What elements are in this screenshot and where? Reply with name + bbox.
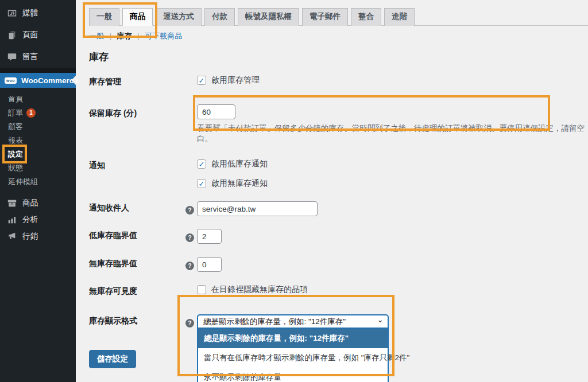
submenu-item-customers[interactable]: 顧客 — [0, 120, 76, 134]
help-icon[interactable]: ? — [185, 233, 194, 242]
tab-advanced[interactable]: 進階 — [384, 8, 415, 26]
select-option-always-show[interactable]: 總是顯示剩餘的庫存量，例如: "12件庫存" — [198, 329, 388, 348]
subnav-separator: | — [137, 32, 139, 40]
row-low-stock-threshold: 低庫存臨界值 ? — [89, 229, 588, 244]
woocommerce-settings-page: 媒體 頁面 留言 woo WooCommerce 首頁 訂單1 — [0, 0, 588, 382]
submenu-item-extensions[interactable]: 延伸模組 — [0, 175, 76, 189]
sidebar-item-media[interactable]: 媒體 — [0, 2, 76, 24]
select-option-low-stock-only[interactable]: 當只有在低庫存時才顯示剩餘的庫存量，例如 "庫存只剩2件" — [198, 348, 388, 368]
subnav-link-inventory[interactable]: 庫存 — [117, 32, 132, 40]
select-option-never-show[interactable]: 永不顯示剩餘的庫存量 — [198, 368, 388, 382]
submenu-item-settings[interactable]: 設定 — [0, 147, 76, 161]
sidebar-item-pages[interactable]: 頁面 — [0, 24, 76, 46]
tab-accounts-privacy[interactable]: 帳號及隱私權 — [238, 8, 299, 26]
row-out-of-stock-threshold: 無庫存臨界值 ? — [89, 257, 588, 272]
tab-integration[interactable]: 整合 — [351, 8, 381, 26]
sidebar-item-label: 留言 — [22, 52, 38, 62]
sidebar-item-label: 媒體 — [22, 8, 38, 18]
page-title: 庫存 — [89, 50, 588, 64]
checkbox-label[interactable]: 在目錄裡隱藏無庫存的品項 — [211, 284, 308, 295]
comments-icon — [6, 52, 17, 63]
low-stock-notify-checkbox[interactable]: ✓ — [197, 159, 206, 169]
field-label: 庫存顯示格式 — [89, 314, 185, 326]
save-settings-button[interactable]: 儲存設定 — [89, 350, 136, 368]
sidebar-item-label: 行銷 — [22, 231, 38, 241]
notification-recipient-input[interactable] — [197, 201, 318, 216]
checkbox-label[interactable]: 啟用低庫存通知 — [211, 159, 268, 169]
subnav-link-general[interactable]: 一般 — [89, 32, 104, 40]
sidebar-item-marketing[interactable]: 行銷 — [0, 228, 76, 244]
sidebar-item-products[interactable]: 商品 — [0, 194, 76, 211]
products-icon — [6, 197, 17, 208]
field-label: 無庫存可見度 — [89, 284, 185, 297]
field-label: 保留庫存 (分) — [89, 99, 185, 119]
field-label: 無庫存臨界值 — [89, 257, 185, 269]
submenu-item-status[interactable]: 狀態 — [0, 161, 76, 175]
row-notifications: 通知 ✓ 啟用低庫存通知 ✓ 啟用無庫存通知 — [89, 159, 588, 189]
pages-icon — [6, 30, 17, 41]
orders-count-badge: 1 — [26, 108, 36, 118]
checkbox-label[interactable]: 啟用無庫存通知 — [211, 178, 268, 189]
submenu-item-reports[interactable]: 報表 — [0, 134, 76, 147]
row-notification-recipient: 通知收件人 ? — [89, 201, 588, 216]
sidebar-item-label: 商品 — [22, 198, 38, 208]
current-menu-arrow-icon — [67, 76, 76, 85]
out-of-stock-notify-checkbox[interactable]: ✓ — [197, 179, 206, 188]
sidebar-item-woocommerce[interactable]: woo WooCommerce — [0, 73, 76, 88]
field-label: 低庫存臨界值 — [89, 229, 185, 241]
sidebar-separator — [0, 68, 76, 73]
tab-products[interactable]: 商品 — [122, 8, 153, 26]
sidebar-item-label: 頁面 — [22, 30, 38, 40]
admin-sidebar: 媒體 頁面 留言 woo WooCommerce 首頁 訂單1 — [0, 0, 76, 382]
row-out-of-stock-visibility: 無庫存可見度 在目錄裡隱藏無庫存的品項 — [89, 284, 588, 297]
help-icon[interactable]: ? — [185, 262, 194, 270]
field-label: 通知 — [89, 159, 185, 171]
low-stock-threshold-input[interactable] — [197, 229, 222, 244]
help-icon[interactable]: ? — [185, 319, 194, 328]
hide-out-of-stock-checkbox[interactable] — [197, 285, 206, 294]
sidebar-item-label: 分析 — [22, 215, 38, 225]
subnav-link-downloadable[interactable]: 可下載商品 — [145, 32, 182, 40]
products-subnav: 一般 | 庫存 | 可下載商品 — [89, 31, 588, 41]
hold-stock-input[interactable] — [197, 104, 235, 119]
submenu-item-home[interactable]: 首頁 — [0, 92, 76, 106]
sidebar-item-analytics[interactable]: 分析 — [0, 211, 76, 228]
settings-tabs: 一般 商品 運送方式 付款 帳號及隱私權 電子郵件 整合 進階 — [89, 8, 588, 26]
help-icon[interactable]: ? — [185, 206, 194, 215]
submenu-item-orders[interactable]: 訂單1 — [0, 106, 76, 120]
field-label: 通知收件人 — [89, 201, 185, 213]
stock-display-format-options: 總是顯示剩餘的庫存量，例如: "12件庫存" 當只有在低庫存時才顯示剩餘的庫存量… — [197, 329, 389, 382]
row-stock-display-format: 庫存顯示格式 ? 總是顯示剩餘的庫存量，例如: "12件庫存" ⌄ 總是顯示剩餘… — [89, 314, 588, 329]
subnav-separator: | — [110, 32, 111, 40]
inventory-settings-form: 庫存管理 ✓ 啟用庫存管理 保留庫存 (分) 看要幫「未付款訂單」保留多少分鐘的… — [89, 75, 588, 368]
row-stock-management: 庫存管理 ✓ 啟用庫存管理 — [89, 75, 588, 87]
select-value: 總是顯示剩餘的庫存量，例如: "12件庫存" — [203, 317, 346, 327]
chevron-down-icon: ⌄ — [377, 315, 384, 324]
tab-payments[interactable]: 付款 — [204, 8, 235, 26]
analytics-icon — [6, 214, 17, 225]
tab-shipping[interactable]: 運送方式 — [156, 8, 202, 26]
stock-display-format-select[interactable]: 總是顯示剩餘的庫存量，例如: "12件庫存" ⌄ — [197, 314, 389, 329]
media-icon — [6, 8, 17, 19]
row-hold-stock: 保留庫存 (分) 看要幫「未付款訂單」保留多少分鐘的庫存。當時間到了之後，待處理… — [89, 99, 588, 144]
out-of-stock-threshold-input[interactable] — [197, 257, 222, 272]
field-label: 庫存管理 — [89, 75, 185, 87]
sidebar-item-comments[interactable]: 留言 — [0, 46, 76, 68]
marketing-icon — [6, 231, 17, 241]
woocommerce-logo-icon: woo — [5, 77, 17, 84]
woocommerce-submenu: 首頁 訂單1 顧客 報表 設定 狀態 延伸模組 — [0, 88, 76, 194]
hold-stock-description: 看要幫「未付款訂單」保留多少分鐘的庫存。當時間到了之後，待處理的訂單將被取消。要… — [197, 123, 588, 144]
checkbox-label[interactable]: 啟用庫存管理 — [211, 75, 260, 85]
tab-emails[interactable]: 電子郵件 — [302, 8, 348, 26]
manage-stock-checkbox[interactable]: ✓ — [197, 76, 206, 85]
tab-general[interactable]: 一般 — [89, 8, 119, 26]
settings-content: 一般 商品 運送方式 付款 帳號及隱私權 電子郵件 整合 進階 一般 | 庫存 … — [76, 0, 588, 382]
